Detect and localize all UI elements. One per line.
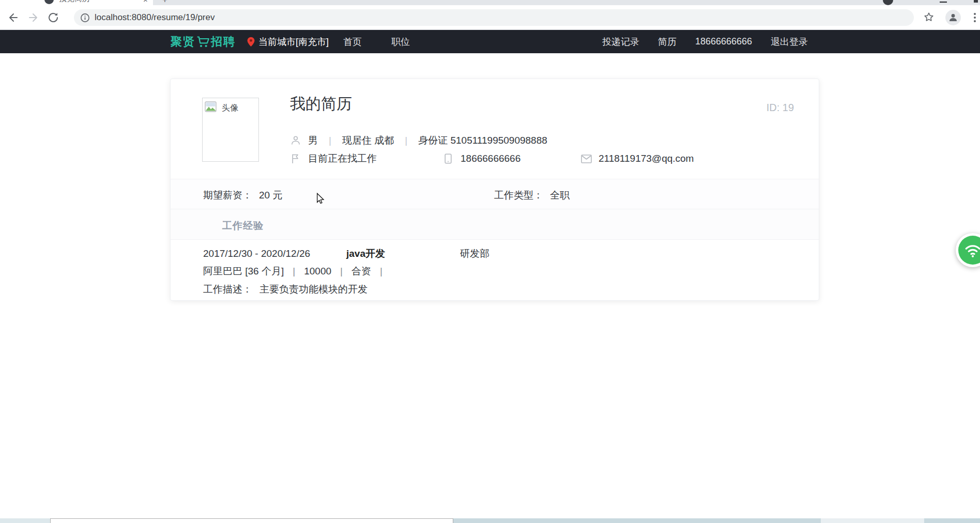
resume-title: 我的简历	[290, 94, 352, 115]
flag-icon	[291, 153, 300, 164]
bookmark-button[interactable]	[923, 11, 936, 24]
exp-salary: 10000	[304, 266, 331, 277]
job-status-text: 目前正在找工作	[308, 152, 377, 165]
taskbar-strip	[0, 518, 980, 523]
nav-delivery-records[interactable]: 投递记录	[602, 36, 639, 48]
nav-home[interactable]: 首页	[343, 36, 362, 48]
separator: |	[329, 135, 331, 146]
resume-card: 头像 我的简历 ID: 19 男 | 现居住 成都 |	[170, 79, 819, 301]
nav-phone[interactable]: 18666666666	[695, 36, 752, 47]
current-city-label: 当前城市[南充市]	[258, 36, 329, 48]
exp-position: java开发	[346, 247, 460, 260]
exp-desc-label: 工作描述：	[203, 283, 252, 296]
separator: |	[293, 266, 295, 277]
cart-icon	[196, 36, 210, 48]
current-city[interactable]: 当前城市[南充市]	[247, 36, 329, 48]
page-content: 头像 我的简历 ID: 19 男 | 现居住 成都 |	[0, 53, 980, 518]
phone-text: 18666666666	[461, 153, 520, 164]
omnibox[interactable]: localhost:8080/resume/19/prev	[74, 9, 914, 26]
experience-item: 2017/12/30 - 2020/12/26 java开发 研发部 阿里巴巴 …	[171, 239, 819, 301]
nav-logout[interactable]: 退出登录	[771, 36, 808, 48]
url-text[interactable]: localhost:8080/resume/19/prev	[95, 12, 215, 23]
mail-icon	[581, 155, 592, 163]
idcard-text: 身份证 510511199509098888	[418, 134, 547, 147]
exp-desc: 主要负责功能模块的开发	[259, 283, 368, 296]
profile-avatar[interactable]	[945, 10, 961, 25]
person-icon	[290, 135, 301, 146]
avatar-alt-text: 头像	[222, 101, 238, 114]
nav-resume[interactable]: 简历	[658, 36, 677, 48]
separator: |	[380, 266, 382, 277]
browser-tab[interactable]: 预览简历 ×	[0, 0, 153, 5]
jobtype-value: 全职	[550, 189, 570, 202]
jobtype-label: 工作类型：	[494, 189, 543, 202]
mobile-icon	[444, 153, 452, 164]
reload-icon	[47, 11, 59, 24]
exp-company: 阿里巴巴 [36 个月]	[203, 265, 284, 278]
window-control-fragment	[974, 0, 978, 3]
background-window-edge	[50, 518, 453, 523]
profile-avatar-icon	[948, 12, 958, 23]
menu-dots-icon	[970, 11, 980, 24]
forward-button[interactable]	[27, 11, 39, 24]
exp-company-type: 合资	[351, 265, 371, 278]
new-tab-button[interactable]: +	[162, 0, 167, 4]
separator: |	[340, 266, 343, 277]
site-navbar: 聚贤 招聘 当前城市[南充市] 首页 职位 投递记录 简历 1866666666	[0, 30, 980, 53]
contact-info-line: 目前正在找工作 18666666666	[290, 152, 786, 165]
residence-text: 现居住 成都	[342, 134, 394, 147]
experience-section-title: 工作经验	[222, 219, 264, 233]
back-icon	[7, 11, 20, 24]
experience-section-header: 工作经验	[171, 209, 819, 239]
exp-department: 研发部	[460, 247, 819, 260]
nav-jobs[interactable]: 职位	[391, 36, 410, 48]
resume-header: 头像 我的简历 ID: 19 男 | 现居住 成都 |	[171, 79, 819, 179]
broken-image-icon	[205, 101, 217, 113]
screen: 预览简历 × + localhost:8080/resume/19/prev	[0, 0, 980, 523]
email-text: 2118119173@qq.com	[599, 153, 694, 164]
brand-logo[interactable]: 聚贤 招聘	[171, 34, 236, 50]
salary-row: 期望薪资： 20 元 工作类型： 全职	[171, 179, 819, 209]
tab-title: 预览简历	[59, 0, 90, 4]
wifi-icon	[964, 243, 980, 258]
taskbar-segment	[0, 518, 50, 523]
salary-value: 20 元	[259, 189, 282, 202]
tab-close-icon[interactable]: ×	[143, 0, 148, 4]
minimize-button[interactable]	[940, 2, 947, 3]
tab-favicon-icon	[44, 0, 54, 4]
gender-text: 男	[308, 134, 318, 147]
exp-date-range: 2017/12/30 - 2020/12/26	[203, 248, 346, 259]
reload-button[interactable]	[47, 11, 59, 24]
resume-id: ID: 19	[767, 102, 794, 114]
separator: |	[405, 135, 407, 146]
bookmark-star-icon	[923, 11, 935, 23]
forward-icon	[27, 11, 39, 24]
brand-logo-right: 招聘	[211, 34, 236, 50]
basic-info-line: 男 | 现居住 成都 | 身份证 510511199509098888	[290, 134, 547, 147]
salary-label: 期望薪资：	[203, 189, 252, 202]
taskbar-segment	[821, 518, 924, 523]
browser-toolbar: localhost:8080/resume/19/prev	[0, 5, 980, 30]
back-button[interactable]	[7, 11, 20, 24]
brand-logo-left: 聚贤	[171, 34, 195, 50]
avatar-broken-image: 头像	[202, 98, 259, 162]
browser-menu-button[interactable]	[970, 11, 980, 24]
tab-strip: 预览简历 × +	[0, 0, 980, 5]
location-pin-icon	[247, 37, 255, 47]
profile-chip-icon[interactable]	[883, 0, 893, 5]
site-info-icon[interactable]	[80, 13, 90, 23]
